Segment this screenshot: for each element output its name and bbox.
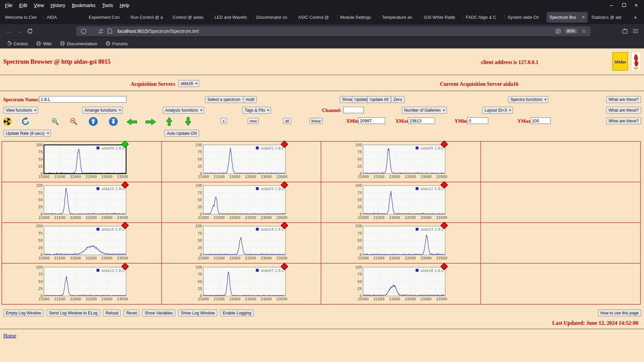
tab-fadc-align-c[interactable]: FADC Align & C xyxy=(463,12,504,23)
spectrum-cell-aida09[interactable]: 0255075100210002150022000225002300023500… xyxy=(2,141,162,182)
spectrum-cell-aida07[interactable]: 0255075100210002150022000225002300023500… xyxy=(162,263,321,304)
send-log-window-to-elog-button[interactable]: Send Log Window to ELog xyxy=(47,309,100,316)
shift-right-icon[interactable] xyxy=(145,119,156,127)
menu-help[interactable]: Help xyxy=(116,1,133,9)
xmax-input[interactable] xyxy=(408,117,435,124)
linear-button[interactable]: linear xyxy=(309,118,323,124)
page-info-icon[interactable] xyxy=(108,28,112,34)
menu-hamburger-icon[interactable] xyxy=(630,26,641,37)
permissions-icon[interactable] xyxy=(98,28,104,34)
analysis-functions-select[interactable]: Analysis functions xyxy=(163,107,204,114)
empty-log-window-button[interactable]: Empty Log Window xyxy=(3,309,44,316)
show-log-window-button[interactable]: Show Log Window xyxy=(178,309,217,316)
bookmark-forums[interactable]: Forums xyxy=(102,40,131,47)
spectra-functions-select[interactable]: Spectra functions xyxy=(508,96,548,103)
forward-icon[interactable]: → xyxy=(14,26,25,37)
bookmark-centos[interactable]: Centos xyxy=(3,40,31,47)
zoom-level-badge[interactable]: 80% xyxy=(565,28,577,34)
menu-file[interactable]: File xyxy=(2,1,16,9)
shift-left-icon[interactable] xyxy=(126,119,137,127)
spectrum-cell-aida12[interactable]: 0255075100210002150022000225002300023500… xyxy=(321,182,481,223)
spectrum-cell-aida14[interactable]: 0255075100210002150022000225002300023500… xyxy=(162,223,321,263)
update-rate-select[interactable]: Update Rate (8 secs) xyxy=(3,130,51,137)
zero-button[interactable]: Zero xyxy=(391,96,405,103)
tab-spectrum-bro[interactable]: Spectrum Bro× xyxy=(547,12,588,23)
arrange-functions-select[interactable]: Arrange functions xyxy=(82,107,123,114)
spectrum-name-input[interactable] xyxy=(39,96,126,103)
radiation-icon[interactable] xyxy=(3,117,11,127)
tags-fits-select[interactable]: Tags & Fits xyxy=(242,107,271,114)
tab-led-and-wavefo[interactable]: LED and Wavefo xyxy=(212,12,253,23)
reader-mode-icon[interactable] xyxy=(556,28,561,34)
show-variables-button[interactable]: Show Variables xyxy=(142,309,175,316)
tab-gsi-white-rabb[interactable]: GSI White Rabb xyxy=(421,12,462,23)
gsi-logo[interactable] xyxy=(631,52,641,71)
ymax-input[interactable] xyxy=(530,117,551,124)
extensions-icon[interactable] xyxy=(620,26,630,37)
spectrum-cell-aida15[interactable]: 0255075100210002150022000225002300023500… xyxy=(2,182,162,223)
shield-icon[interactable] xyxy=(81,28,86,34)
auto-update-button[interactable]: Auto Update ON xyxy=(164,130,200,137)
spectrum-cell-aida11[interactable]: 0255075100210002150022000225002300023500… xyxy=(2,263,162,304)
tab-experiment-con[interactable]: Experiment Con xyxy=(86,12,127,23)
multi-button[interactable]: multi xyxy=(243,96,257,103)
new-tab-button[interactable]: + xyxy=(630,12,641,23)
bookmark-wiki[interactable]: Wiki xyxy=(33,40,55,47)
acquisition-server-select[interactable]: aida16 xyxy=(178,80,199,87)
how-to-use-button[interactable]: How to use this page xyxy=(598,309,641,316)
url-text[interactable]: localhost:8015/Spectrum/Spectrum.tml xyxy=(117,28,554,34)
menu-history[interactable]: History xyxy=(47,1,68,9)
midas-logo[interactable]: Midas xyxy=(612,52,628,71)
tab-run-control-a[interactable]: Run Control @ a xyxy=(128,12,169,23)
tab-discriminator-co[interactable]: Discriminator co xyxy=(254,12,294,23)
back-icon[interactable]: ← xyxy=(3,26,14,37)
menu-tools[interactable]: Tools xyxy=(99,1,116,9)
zoom-out-icon[interactable] xyxy=(69,117,77,127)
x-button[interactable]: x xyxy=(221,118,227,124)
shift-down-icon[interactable] xyxy=(185,117,192,128)
shift-up-icon[interactable] xyxy=(166,117,173,128)
number-of-galleries-select[interactable]: Number of Galleries xyxy=(402,107,447,114)
close-tab-icon[interactable]: × xyxy=(582,14,585,20)
bookmark-documentation[interactable]: Documentation xyxy=(57,40,101,47)
home-link[interactable]: Home xyxy=(3,333,16,339)
enable-logging-button[interactable]: Enable Logging xyxy=(220,309,254,316)
menu-bookmarks[interactable]: Bookmarks xyxy=(68,1,99,9)
menu-edit[interactable]: Edit xyxy=(16,1,31,9)
close-window-button[interactable]: × xyxy=(630,0,642,10)
what-are-these-button-2[interactable]: What are these? xyxy=(606,107,641,114)
minimize-button[interactable]: – xyxy=(605,0,618,10)
reload-icon[interactable] xyxy=(24,26,35,37)
url-bar[interactable]: localhost:8015/Spectrum/Spectrum.tml 80%… xyxy=(76,26,591,36)
spectrum-cell-aida16[interactable]: 0255075100210002150022000225002300023500… xyxy=(321,263,481,304)
xmin-input[interactable] xyxy=(358,117,385,124)
reset-button[interactable]: Reset xyxy=(124,309,140,316)
tab-welcome-to-cen[interactable]: Welcome to Cen xyxy=(2,12,43,23)
tab-statistics-aid[interactable]: Statistics @ aid xyxy=(589,12,630,23)
blue-down-arrow-icon[interactable] xyxy=(109,117,118,128)
tab-module-settings[interactable]: Module Settings xyxy=(337,12,378,23)
new-button[interactable]: new xyxy=(248,118,259,124)
tab-system-wide-ch[interactable]: System wide Ch xyxy=(505,12,546,23)
spectrum-cell-aida05[interactable]: 0255075100210002150022000225002300023500… xyxy=(321,141,481,182)
tab-asic-control[interactable]: ASIC Control @ xyxy=(295,12,336,23)
spectrum-cell-aida01[interactable]: 0255075100210002150022000225002300023500… xyxy=(162,141,321,182)
all-button[interactable]: all xyxy=(283,118,291,124)
menu-view[interactable]: View xyxy=(31,1,47,9)
reload-button[interactable]: Reload xyxy=(103,309,121,316)
what-are-these-button-3[interactable]: What are these? xyxy=(606,117,641,124)
tab-aida[interactable]: AIDA xyxy=(44,12,85,23)
channel-input[interactable] xyxy=(343,107,364,113)
update-all-button[interactable]: Update All xyxy=(367,96,391,103)
bookmark-star-icon[interactable]: ☆ xyxy=(581,28,586,34)
spectrum-cell-aida03[interactable]: 0255075100210002150022000225002300023500… xyxy=(162,182,321,223)
view-functions-select[interactable]: View functions xyxy=(3,107,38,114)
spectrum-cell-aida13[interactable]: 0255075100210002150022000225002300023500… xyxy=(321,223,481,263)
spectrum-cell-aida10[interactable]: 0255075100210002150022000225002300023500… xyxy=(2,223,162,263)
select-spectrum-select[interactable]: Select a spectrum xyxy=(205,96,247,103)
tab-temperature-an[interactable]: Temperature an xyxy=(379,12,420,23)
maximize-button[interactable] xyxy=(618,0,630,10)
layout-id-select[interactable]: Layout ID=3 xyxy=(482,107,513,114)
tab-control-aidas[interactable]: Control @ aidas xyxy=(170,12,211,23)
what-are-these-button-1[interactable]: What are these? xyxy=(606,96,641,103)
